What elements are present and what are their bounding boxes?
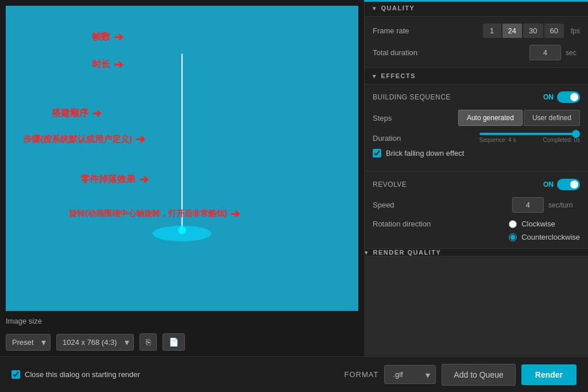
- total-duration-row: Total duration sec: [373, 45, 580, 60]
- annotation-steps-text: 步骤(按系统默认或用户定义): [23, 134, 132, 145]
- annotation-duration-text: 时长: [92, 59, 110, 71]
- brick-falling-row: Brick falling down effect: [373, 149, 580, 157]
- format-select[interactable]: .gif .mp4 .avi: [384, 365, 436, 384]
- fps-btn-24[interactable]: 24: [502, 24, 522, 38]
- quality-section-label: QUALITY: [381, 5, 415, 11]
- file-icon-btn[interactable]: 📄: [163, 333, 185, 351]
- building-sequence-toggle-switch[interactable]: [557, 91, 580, 103]
- steps-auto-btn[interactable]: Auto generated: [458, 110, 523, 126]
- building-sequence-toggle-container[interactable]: ON: [543, 91, 580, 103]
- brick-falling-label: Brick falling down effect: [386, 149, 464, 157]
- clockwise-label: Clockwise: [521, 220, 555, 228]
- format-label: FORMAT: [344, 370, 378, 379]
- effects-settings: BUILDING SEQUENCE ON Steps Auto generate…: [365, 84, 588, 172]
- quality-settings: Frame rate 1 24 30 60 fps Total duration…: [365, 17, 588, 68]
- svg-point-3: [178, 226, 186, 235]
- sequence-label: Sequence: 4 s: [479, 137, 516, 143]
- preset-select-wrapper[interactable]: Preset: [6, 334, 51, 351]
- clockwise-radio[interactable]: [509, 220, 517, 228]
- top-accent-bar: [364, 0, 588, 2]
- annotation-steps: 步骤(按系统默认或用户定义) ➔: [23, 132, 145, 146]
- annotation-framerate-text: 帧数: [92, 31, 110, 43]
- steps-user-btn[interactable]: User defined: [524, 110, 580, 126]
- revolve-header-row: REVOLVE ON: [373, 179, 580, 190]
- steps-btn-group: Auto generated User defined: [458, 110, 580, 126]
- annotation-building-seq-text: 搭建顺序: [52, 107, 88, 120]
- preview-canvas: 帧数 ➔ 时长 ➔ 搭建顺序 ➔ 步骤(按系统默认或用户定义) ➔ 零件掉落效果…: [6, 6, 358, 311]
- image-size-label: Image size: [6, 317, 358, 325]
- effects-chevron: ▾: [373, 73, 377, 79]
- speed-unit: sec/turn: [548, 201, 580, 209]
- settings-wrapper: ▾ QUALITY Frame rate 1 24 30 60 fps: [364, 0, 588, 356]
- preset-select[interactable]: Preset: [6, 334, 51, 351]
- quality-chevron: ▾: [373, 5, 377, 11]
- total-duration-unit: sec: [566, 49, 580, 57]
- image-size-section: Image size Preset 1024 x 768 (4:3) ⎘ 📄: [6, 311, 358, 351]
- annotation-framerate-arrow: ➔: [114, 30, 123, 44]
- format-section: FORMAT .gif .mp4 .avi Add to Queue Rende…: [344, 364, 577, 386]
- completed-label: Completed: 0s: [543, 137, 580, 143]
- fps-btn-30[interactable]: 30: [523, 24, 543, 38]
- counterclockwise-radio[interactable]: [509, 233, 517, 241]
- resolution-select-wrapper[interactable]: 1024 x 768 (4:3): [56, 334, 134, 351]
- annotation-revolve: 旋转(动画围绕中心轴旋转，打开后非常酷炫) ➔: [69, 207, 240, 221]
- total-duration-input[interactable]: [529, 45, 561, 60]
- copy-icon-btn[interactable]: ⎘: [140, 333, 157, 351]
- counterclockwise-label: Counterclockwise: [521, 233, 580, 241]
- resolution-select[interactable]: 1024 x 768 (4:3): [56, 334, 134, 351]
- fps-btn-1[interactable]: 1: [483, 24, 501, 38]
- close-dialog-container: Close this dialog on starting render: [11, 370, 140, 379]
- annotation-duration-arrow: ➔: [114, 57, 123, 71]
- render-quality-label: RENDER QUALITY: [373, 249, 442, 256]
- render-button[interactable]: Render: [521, 364, 577, 385]
- revolve-toggle-container[interactable]: ON: [543, 179, 580, 190]
- revolve-toggle-switch[interactable]: [557, 179, 580, 190]
- fps-btn-60[interactable]: 60: [544, 24, 564, 38]
- total-duration-label: Total duration: [373, 48, 525, 57]
- annotation-framerate: 帧数 ➔: [92, 30, 123, 44]
- annotation-revolve-text: 旋转(动画围绕中心轴旋转，打开后非常酷炫): [69, 209, 227, 219]
- steps-label: Steps: [373, 114, 454, 122]
- speed-label: Speed: [373, 201, 508, 209]
- revolve-section: REVOLVE ON Speed sec/turn Rotation direc…: [365, 172, 588, 249]
- framerate-row: Frame rate 1 24 30 60 fps: [373, 24, 580, 38]
- duration-slider-labels: Sequence: 4 s Completed: 0s: [479, 137, 581, 143]
- rotation-radio-group: Clockwise Counterclockwise: [509, 220, 580, 241]
- quality-section-header[interactable]: ▾ QUALITY: [365, 0, 588, 17]
- annotation-building-seq-arrow: ➔: [92, 106, 102, 120]
- effects-section-header[interactable]: ▾ EFFECTS: [365, 68, 588, 84]
- format-select-wrapper[interactable]: .gif .mp4 .avi: [384, 365, 436, 384]
- revolve-label: REVOLVE: [373, 180, 543, 189]
- annotation-steps-arrow: ➔: [136, 132, 145, 146]
- duration-label: Duration: [373, 134, 474, 143]
- speed-input[interactable]: [512, 197, 544, 213]
- annotation-brick-falling: 零件掉落效果 ➔: [80, 172, 149, 186]
- add-to-queue-button[interactable]: Add to Queue: [442, 364, 515, 386]
- duration-slider[interactable]: [479, 133, 581, 135]
- building-sequence-row: BUILDING SEQUENCE ON: [373, 91, 580, 103]
- annotation-revolve-arrow: ➔: [230, 207, 240, 221]
- bottom-bar: Close this dialog on starting render FOR…: [0, 356, 588, 392]
- effects-section-label: EFFECTS: [381, 72, 416, 79]
- rotation-direction-row: Rotation direction Clockwise Countercloc…: [373, 220, 580, 241]
- clockwise-row: Clockwise: [509, 220, 580, 228]
- fps-unit: fps: [571, 27, 580, 35]
- building-sequence-toggle-label: ON: [543, 93, 554, 101]
- render-quality-section-header[interactable]: ▾ RENDER QUALITY: [365, 249, 588, 256]
- fps-buttons: 1 24 30 60: [483, 24, 564, 38]
- rotation-direction-label: Rotation direction: [373, 220, 504, 228]
- annotation-building-seq: 搭建顺序 ➔: [52, 106, 102, 120]
- close-dialog-label: Close this dialog on starting render: [25, 370, 140, 379]
- annotation-duration: 时长 ➔: [92, 57, 123, 71]
- counterclockwise-row: Counterclockwise: [509, 233, 580, 241]
- revolve-toggle-label: ON: [543, 180, 554, 189]
- speed-row: Speed sec/turn: [373, 197, 580, 213]
- render-quality-chevron: ▾: [365, 249, 369, 256]
- preview-panel: 帧数 ➔ 时长 ➔ 搭建顺序 ➔ 步骤(按系统默认或用户定义) ➔ 零件掉落效果…: [0, 0, 364, 356]
- close-dialog-checkbox[interactable]: [11, 370, 20, 379]
- annotation-brick-text: 零件掉落效果: [80, 174, 136, 186]
- building-sequence-label: BUILDING SEQUENCE: [373, 93, 543, 101]
- brick-falling-checkbox[interactable]: [373, 149, 381, 157]
- framerate-label: Frame rate: [373, 26, 478, 35]
- duration-row: Duration Sequence: 4 s Completed: 0s: [373, 133, 580, 143]
